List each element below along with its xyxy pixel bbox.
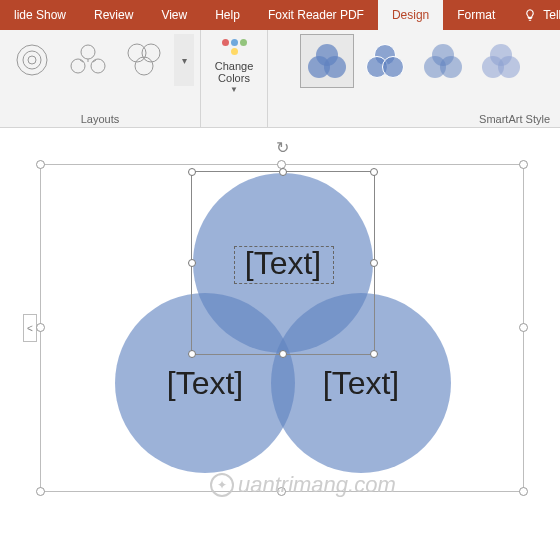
ribbon-tabstrip: lide Show Review View Help Foxit Reader … xyxy=(0,0,560,30)
change-colors-icon xyxy=(221,36,247,58)
group-styles-label: SmartArt Style xyxy=(479,113,550,125)
style-thumb-3[interactable] xyxy=(416,34,470,88)
group-smartart-styles: SmartArt Style xyxy=(268,30,560,127)
layout-more-button[interactable]: ▾ xyxy=(174,34,194,86)
resize-handle[interactable] xyxy=(188,259,196,267)
resize-handle[interactable] xyxy=(279,168,287,176)
group-change-colors: Change Colors ▼ xyxy=(201,30,268,127)
tab-format[interactable]: Format xyxy=(443,0,509,30)
chevron-down-icon: ▼ xyxy=(230,86,238,95)
svg-point-5 xyxy=(91,59,105,73)
tab-help[interactable]: Help xyxy=(201,0,254,30)
style-thumb-1[interactable] xyxy=(300,34,354,88)
tab-review[interactable]: Review xyxy=(80,0,147,30)
change-colors-button[interactable]: Change Colors ▼ xyxy=(207,34,261,95)
ribbon: ▾ Layouts Change Colors ▼ xyxy=(0,30,560,128)
tellme-label: Tell me xyxy=(543,8,560,22)
style-thumb-4[interactable] xyxy=(474,34,528,88)
resize-handle[interactable] xyxy=(370,259,378,267)
slide-canvas[interactable]: ↻ < [Text] [Text] [Text] xyxy=(0,128,560,538)
text-pane-expand-button[interactable]: < xyxy=(23,314,37,342)
tab-design[interactable]: Design xyxy=(378,0,443,30)
text-placeholder-box[interactable] xyxy=(234,246,334,284)
layout-thumb-1[interactable] xyxy=(6,34,58,86)
lightbulb-icon xyxy=(523,8,537,22)
smartart-selection-frame[interactable]: ↻ < [Text] [Text] [Text] xyxy=(40,164,524,492)
layout-thumb-2[interactable] xyxy=(62,34,114,86)
svg-point-11 xyxy=(135,57,153,75)
tab-foxit[interactable]: Foxit Reader PDF xyxy=(254,0,378,30)
venn-diagram: [Text] [Text] [Text] xyxy=(41,165,523,491)
tab-tellme[interactable]: Tell me xyxy=(509,0,560,30)
style-thumb-2[interactable] xyxy=(358,34,412,88)
layout-thumb-3[interactable] xyxy=(118,34,170,86)
change-colors-label: Change Colors xyxy=(215,60,254,84)
resize-handle[interactable] xyxy=(188,168,196,176)
svg-point-0 xyxy=(17,45,47,75)
group-layouts: ▾ Layouts xyxy=(0,30,201,127)
tab-view[interactable]: View xyxy=(147,0,201,30)
svg-point-10 xyxy=(142,44,160,62)
resize-handle[interactable] xyxy=(370,168,378,176)
resize-handle[interactable] xyxy=(370,350,378,358)
svg-point-2 xyxy=(28,56,36,64)
svg-point-9 xyxy=(128,44,146,62)
resize-handle[interactable] xyxy=(279,350,287,358)
svg-point-1 xyxy=(23,51,41,69)
tab-slideshow[interactable]: lide Show xyxy=(0,0,80,30)
group-layouts-label: Layouts xyxy=(81,113,120,125)
rotate-handle-icon[interactable]: ↻ xyxy=(272,137,292,157)
svg-point-3 xyxy=(81,45,95,59)
shape-selection-box[interactable] xyxy=(191,171,375,355)
resize-handle[interactable] xyxy=(188,350,196,358)
svg-point-4 xyxy=(71,59,85,73)
